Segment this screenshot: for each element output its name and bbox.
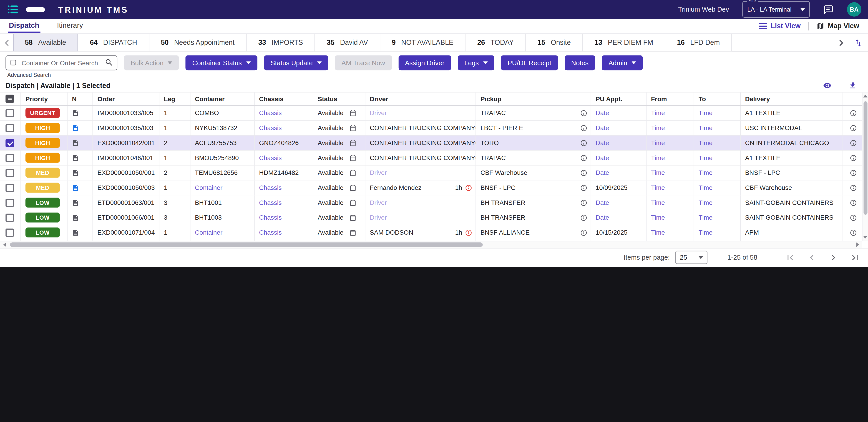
column-header-container[interactable]: Container	[190, 93, 254, 105]
column-header-order[interactable]: Order	[93, 93, 159, 105]
status-calendar-icon[interactable]	[349, 109, 356, 117]
from-time-cell[interactable]: Time	[647, 225, 694, 240]
container-status-button[interactable]: Container Status	[186, 55, 257, 70]
pickup-info-icon[interactable]	[580, 214, 587, 221]
from-time-cell[interactable]: Time	[647, 151, 694, 165]
container-cell[interactable]: BHT1003	[190, 210, 254, 225]
from-time-cell[interactable]: Time	[647, 121, 694, 135]
from-time-cell[interactable]: Time	[647, 135, 694, 150]
scroll-up-arrow-icon[interactable]	[863, 95, 867, 97]
pu-appt-cell[interactable]: Date	[591, 195, 647, 209]
filter-scroll-left-button[interactable]	[0, 34, 13, 52]
from-time-cell[interactable]: Time	[647, 106, 694, 120]
column-header-pu-appt[interactable]: PU Appt.	[591, 93, 647, 105]
to-time-cell[interactable]: Time	[694, 135, 741, 150]
driver-name[interactable]: Fernando Mendez	[370, 185, 422, 191]
order-number[interactable]: IMD000001033/005	[93, 106, 159, 120]
notes-doc-icon[interactable]	[72, 214, 79, 221]
chassis-cell[interactable]: Chassis	[255, 121, 313, 135]
status-update-button[interactable]: Status Update	[264, 55, 329, 70]
pickup-info-icon[interactable]	[580, 109, 587, 117]
horizontal-scrollbar[interactable]	[0, 240, 862, 248]
assign-driver-button[interactable]: Assign Driver	[398, 55, 451, 70]
status-calendar-icon[interactable]	[349, 229, 356, 236]
row-info-icon[interactable]	[849, 169, 857, 176]
scroll-left-arrow-icon[interactable]	[0, 242, 9, 247]
first-page-button[interactable]	[785, 252, 796, 263]
driver-name[interactable]: CONTAINER TRUCKING COMPANY	[370, 139, 475, 146]
am-trace-now-button[interactable]: AM Trace Now	[335, 55, 392, 70]
driver-warning-icon[interactable]	[465, 184, 472, 191]
row-checkbox[interactable]	[5, 184, 14, 192]
driver-name[interactable]: CONTAINER TRUCKING COMPANY	[370, 154, 475, 161]
to-time-cell[interactable]: Time	[694, 106, 741, 120]
table-row[interactable]: LOWETD000001063/0013BHT1001ChassisAvaila…	[0, 195, 862, 210]
pu-appt-cell[interactable]: 10/15/2025	[591, 225, 647, 240]
row-checkbox[interactable]	[5, 124, 14, 132]
chassis-cell[interactable]: GNOZ404826	[255, 135, 313, 150]
map-view-button[interactable]: Map View	[816, 22, 859, 30]
search-icon[interactable]	[104, 58, 114, 67]
container-cell[interactable]: ACLU9755753	[190, 135, 254, 150]
advanced-search-link[interactable]: Advanced Search	[7, 72, 117, 78]
row-info-icon[interactable]	[849, 184, 857, 191]
notes-doc-icon[interactable]	[72, 229, 79, 236]
order-number[interactable]: EXD000001050/003	[93, 181, 159, 195]
pu-appt-cell[interactable]: Date	[591, 151, 647, 165]
order-number[interactable]: ETD000001063/001	[93, 195, 159, 209]
chassis-cell[interactable]: Chassis	[255, 225, 313, 240]
to-time-cell[interactable]: Time	[694, 210, 741, 225]
to-time-cell[interactable]: Time	[694, 225, 741, 240]
driver-name[interactable]: Driver	[370, 199, 387, 206]
bulk-action-button[interactable]: Bulk Action	[124, 55, 179, 70]
to-time-cell[interactable]: Time	[694, 195, 741, 209]
chassis-cell[interactable]: Chassis	[255, 181, 313, 195]
row-checkbox[interactable]	[5, 109, 14, 117]
notes-doc-icon[interactable]	[72, 109, 79, 117]
chassis-cell[interactable]: Chassis	[255, 195, 313, 209]
notes-doc-icon[interactable]	[72, 169, 79, 176]
container-cell[interactable]: TEMU6812656	[190, 165, 254, 180]
from-time-cell[interactable]: Time	[647, 181, 694, 195]
list-view-button[interactable]: List View	[759, 22, 801, 30]
chat-icon[interactable]	[823, 4, 834, 14]
filter-tab-onsite[interactable]: 15Onsite	[526, 34, 583, 52]
column-header-n[interactable]: N	[67, 93, 93, 105]
notes-button[interactable]: Notes	[565, 55, 595, 70]
container-cell[interactable]: BHT1001	[190, 195, 254, 209]
table-row[interactable]: MEDEXD000001050/0012TEMU6812656HDMZ14648…	[0, 165, 862, 181]
filter-tab-lfd-dem[interactable]: 16LFD Dem	[665, 34, 732, 52]
order-number[interactable]: EXD000001071/004	[93, 225, 159, 240]
pu-appt-cell[interactable]: Date	[591, 135, 647, 150]
search-input[interactable]	[5, 55, 117, 70]
row-info-icon[interactable]	[849, 214, 857, 221]
site-selector[interactable]: Site LA - LA Terminal	[742, 1, 810, 18]
table-row[interactable]: LOWETD000001066/0013BHT1003ChassisAvaila…	[0, 210, 862, 225]
row-checkbox[interactable]	[5, 154, 14, 162]
container-cell[interactable]: COMBO	[190, 106, 254, 120]
filter-tab-imports[interactable]: 33IMPORTS	[247, 34, 315, 52]
pickup-info-icon[interactable]	[580, 139, 587, 147]
driver-name[interactable]: Driver	[370, 214, 387, 221]
filter-tab-needs-appointment[interactable]: 50Needs Appointment	[149, 34, 247, 52]
admin-button[interactable]: Admin	[602, 55, 643, 70]
sort-icon[interactable]	[848, 34, 868, 52]
row-info-icon[interactable]	[849, 139, 857, 147]
pu-appt-cell[interactable]: Date	[591, 165, 647, 180]
status-calendar-icon[interactable]	[349, 139, 356, 147]
column-header-priority[interactable]: Priority	[21, 93, 67, 105]
pu-dl-receipt-button[interactable]: PU/DL Receipt	[501, 55, 558, 70]
notes-doc-icon[interactable]	[72, 139, 79, 147]
from-time-cell[interactable]: Time	[647, 195, 694, 209]
chassis-cell[interactable]: Chassis	[255, 210, 313, 225]
filter-tab-dispatch[interactable]: 64DISPATCH	[78, 34, 149, 52]
horizontal-scroll-track[interactable]	[9, 241, 853, 248]
status-calendar-icon[interactable]	[349, 124, 356, 132]
filter-scroll-right-button[interactable]	[835, 34, 848, 52]
pu-appt-cell[interactable]: Date	[591, 106, 647, 120]
filter-tab-today[interactable]: 26TODAY	[466, 34, 526, 52]
pickup-info-icon[interactable]	[580, 169, 587, 176]
row-info-icon[interactable]	[849, 199, 857, 206]
container-cell[interactable]: BMOU5254890	[190, 151, 254, 165]
from-time-cell[interactable]: Time	[647, 165, 694, 180]
